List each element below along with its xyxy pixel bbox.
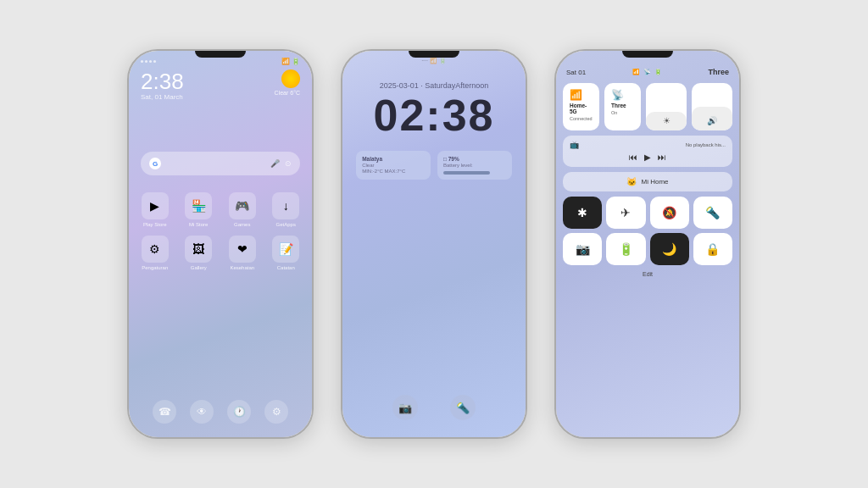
camera-button[interactable]: 📷 — [563, 233, 602, 265]
signal-dots — [141, 60, 156, 63]
battery-widget-lock: □ 79% Battery level: — [437, 151, 512, 180]
cc-grid-row2: 📷 🔋 🌙 🔒 — [563, 233, 732, 265]
google-icon: G — [149, 158, 161, 169]
media-controls: ⏮ ▶ ⏭ — [570, 152, 726, 162]
search-actions: 🎤 ⊙ — [270, 159, 292, 168]
weather-widget: Clear 6°C — [275, 69, 300, 96]
cast-icon: 📺 — [570, 141, 579, 149]
media-header: 📺 No playback his... — [570, 141, 726, 149]
phone2-status-icons: ···· 📶 🔋 — [421, 58, 447, 64]
flashlight-lock-button[interactable]: 🔦 — [450, 395, 476, 420]
battery-bar — [443, 171, 490, 175]
airplane-icon: ✈ — [620, 206, 631, 219]
kesehatan-icon: ❤ — [229, 236, 256, 263]
dock-eye[interactable]: 👁 — [190, 400, 214, 424]
carrier-tile[interactable]: 📡 Three On — [604, 83, 641, 130]
volume-icon: 🔊 — [707, 116, 717, 125]
cc-date: Sat 01 — [566, 69, 586, 76]
app-play-store[interactable]: ▶ Play Store — [137, 192, 173, 227]
lens-icon[interactable]: ⊙ — [285, 159, 292, 168]
wifi-name: Home-5G — [570, 103, 593, 114]
app-games[interactable]: 🎮 Games — [225, 192, 260, 227]
lock-date: 2025-03-01 · SaturdayAfternoon — [380, 81, 489, 90]
phone-3: Sat 01 📶 📡 🔋 Three 📶 Home-5G Connected 📡… — [554, 49, 741, 439]
airplane-button[interactable]: ✈ — [606, 197, 645, 229]
notch-1 — [195, 51, 246, 58]
app-getapps[interactable]: ↓ GetApps — [269, 192, 304, 227]
battery-label: Battery level: — [443, 163, 506, 168]
mi-home-label: Mi Home — [641, 178, 668, 186]
media-player: 📺 No playback his... ⏮ ▶ ⏭ — [563, 136, 732, 167]
edit-button[interactable]: Edit — [563, 271, 732, 277]
app-mi-store[interactable]: 🏪 Mi Store — [181, 192, 217, 227]
weather-widget-lock: Malatya Clear MIN:-2°C MAX:7°C — [356, 151, 431, 180]
dock-phone[interactable]: ☎ — [153, 400, 176, 424]
lock-time: 02:38 — [374, 93, 495, 137]
lock-rotation-icon: 🔒 — [705, 242, 720, 256]
battery-icon-cc: 🔋 — [619, 242, 633, 256]
volume-slider[interactable]: 🔊 — [692, 83, 732, 130]
mic-icon[interactable]: 🎤 — [270, 159, 280, 168]
phone-2: ···· 📶 🔋 2025-03-01 · SaturdayAfternoon … — [341, 49, 527, 439]
cc-status-icons: 📶 📡 🔋 — [632, 69, 662, 75]
weather-sun-icon — [281, 69, 300, 88]
wifi-status-icon: 📡 — [643, 69, 651, 75]
darkmode-icon: 🌙 — [662, 242, 676, 256]
cc-carrier: Three — [708, 68, 729, 76]
mi-home-icon: 🐱 — [626, 177, 637, 186]
app-kesehatan[interactable]: ❤ Kesehatan — [225, 236, 260, 270]
dock-settings[interactable]: ⚙ — [264, 400, 288, 424]
wifi-status: Connected — [570, 116, 593, 121]
cc-grid-row1: ✱ ✈ 🔕 🔦 — [563, 197, 732, 229]
weather-city: Malatya — [362, 156, 425, 162]
camera-lock-button[interactable]: 📷 — [392, 395, 418, 420]
bluetooth-icon: ✱ — [577, 206, 587, 219]
games-icon: 🎮 — [229, 192, 256, 219]
search-bar[interactable]: G 🎤 ⊙ — [141, 152, 300, 175]
games-label: Games — [234, 222, 250, 227]
mi-store-icon: 🏪 — [185, 192, 212, 219]
weather-text: Clear 6°C — [275, 90, 300, 96]
app-pengaturan[interactable]: ⚙ Pengaturan — [137, 236, 173, 270]
app-gallery[interactable]: 🖼 Gallery — [181, 236, 217, 270]
flashlight-button[interactable]: 🔦 — [693, 197, 732, 229]
pengaturan-label: Pengaturan — [142, 265, 168, 270]
catatan-label: Catatan — [277, 265, 295, 270]
dock-clock[interactable]: 🕐 — [227, 400, 251, 424]
kesehatan-label: Kesehatan — [230, 265, 254, 270]
brightness-slider[interactable]: ☀ — [646, 83, 687, 130]
play-store-label: Play Store — [143, 222, 167, 227]
prev-button[interactable]: ⏮ — [629, 152, 637, 162]
bluetooth-button[interactable]: ✱ — [563, 197, 602, 229]
lock-rotation-button[interactable]: 🔒 — [693, 233, 732, 265]
lock-bottom-actions: 📷 🔦 — [342, 395, 526, 420]
cc-status-bar: Sat 01 📶 📡 🔋 Three — [563, 66, 732, 78]
flashlight-icon: 🔦 — [705, 206, 720, 219]
carrier-icon: 📡 — [611, 89, 634, 101]
carrier-status: On — [611, 110, 634, 115]
app-catatan[interactable]: 📝 Catatan — [269, 236, 304, 270]
weather-minmax: MIN:-2°C MAX:7°C — [362, 169, 425, 174]
getapps-label: GetApps — [276, 222, 296, 227]
notch-3 — [622, 51, 673, 58]
phone1-screen: 📶 🔋 2:38 Sat, 01 March Clear 6°C G 🎤 ⊙ ▶… — [129, 51, 312, 437]
getapps-icon: ↓ — [272, 192, 299, 219]
wifi-tile[interactable]: 📶 Home-5G Connected — [563, 83, 599, 130]
cc-connectivity-tiles: 📶 Home-5G Connected 📡 Three On ☀ 🔊 — [563, 83, 732, 130]
lock-widgets: Malatya Clear MIN:-2°C MAX:7°C □ 79% Bat… — [356, 151, 512, 180]
gallery-icon: 🖼 — [185, 236, 212, 263]
battery-cc-icon: 🔋 — [654, 69, 662, 75]
mi-home-section[interactable]: 🐱 Mi Home — [563, 172, 732, 191]
phone3-screen: Sat 01 📶 📡 🔋 Three 📶 Home-5G Connected 📡… — [556, 51, 739, 437]
darkmode-button[interactable]: 🌙 — [650, 233, 689, 265]
phone2-screen: ···· 📶 🔋 2025-03-01 · SaturdayAfternoon … — [342, 51, 526, 437]
mute-button[interactable]: 🔕 — [650, 197, 689, 229]
battery-button[interactable]: 🔋 — [606, 233, 645, 265]
next-button[interactable]: ⏭ — [658, 152, 666, 162]
notch-2 — [409, 51, 459, 58]
wifi-icon: 📶 — [570, 89, 593, 101]
media-label: No playback his... — [686, 142, 726, 147]
play-store-icon: ▶ — [142, 192, 169, 219]
dock-bar: ☎ 👁 🕐 ⚙ — [153, 400, 288, 424]
play-button[interactable]: ▶ — [644, 152, 651, 162]
